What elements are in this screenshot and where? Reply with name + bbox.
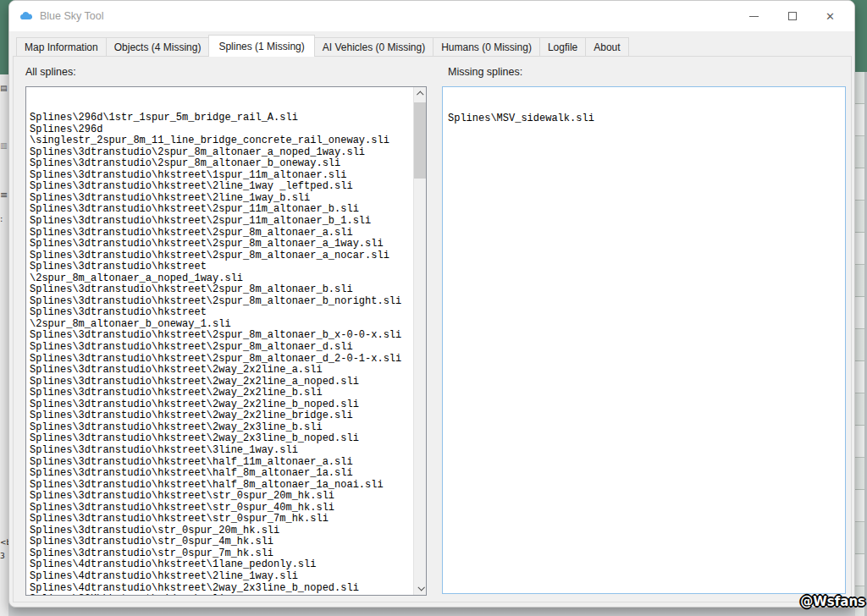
background-fragment: ≡ bbox=[0, 191, 8, 199]
spline-path-line[interactable]: Splines\3dtranstudio\hkstreet\2spur_11m_… bbox=[30, 204, 424, 216]
spline-path-line[interactable]: Splines\3dtranstudio\hkstreet\2spur_8m_a… bbox=[30, 250, 424, 262]
spline-path-line[interactable]: Splines\3dtranstudio\hkstreet bbox=[30, 307, 424, 319]
chevron-down-icon bbox=[417, 584, 424, 591]
spline-path-line[interactable]: Splines\3dtranstudio\hkstreet\2way_2x2li… bbox=[30, 399, 424, 411]
spline-path-line[interactable]: Splines\3dtranstudio\hkstreet bbox=[30, 261, 424, 273]
watermark-text: @Wsfans bbox=[800, 594, 865, 609]
spline-path-line[interactable]: \singlestr_2spur_8m_11_line_bridge_concr… bbox=[30, 135, 424, 147]
background-left-strip: ▤▥≡:<b3 bbox=[0, 74, 8, 616]
spline-path-line[interactable]: Splines\4dtranstudio\hkstreet\2line_1way… bbox=[30, 571, 424, 583]
minimize-icon bbox=[749, 16, 759, 17]
window-title: Blue Sky Tool bbox=[40, 10, 104, 22]
missing-splines-label: Missing splines: bbox=[448, 66, 522, 78]
close-icon: ✕ bbox=[826, 11, 835, 22]
tab-humans-0-missing[interactable]: Humans (0 Missing) bbox=[433, 37, 540, 57]
maximize-icon bbox=[788, 12, 797, 20]
tab-logfile[interactable]: Logfile bbox=[539, 37, 586, 57]
background-right-strip bbox=[855, 72, 867, 616]
spline-path-line[interactable]: Splines\3dtranstudio\hkstreet\2spur_11m_… bbox=[30, 216, 424, 228]
background-fragment: <b bbox=[0, 539, 8, 547]
background-fragment: 3 bbox=[0, 553, 8, 560]
maximize-button[interactable] bbox=[773, 1, 811, 31]
all-splines-label: All splines: bbox=[25, 66, 76, 78]
spline-path-line[interactable]: Splines\3dtranstudio\hkstreet\2way_2x2li… bbox=[30, 410, 424, 422]
spline-path-line[interactable]: Splines\3dtranstudio\2spur_8m_altonaer_b… bbox=[30, 158, 424, 170]
spline-path-line[interactable]: Splines\3dtranstudio\hkstreet\2spur_8m_a… bbox=[30, 354, 424, 366]
spline-path-line[interactable]: Splines\3dtranstudio\hkstreet\2way_2x3li… bbox=[30, 422, 424, 434]
spline-path-line[interactable]: Splines\296d\1str_1spur_5m_bridge_rail_A… bbox=[30, 113, 424, 124]
spline-path-line[interactable]: Splines\3dtranstudio\hkstreet\2line_1way… bbox=[30, 193, 424, 205]
spline-path-line[interactable]: Splines\3dtranstudio\hkstreet\2spur_8m_a… bbox=[30, 296, 424, 308]
tab-objects-4-missing[interactable]: Objects (4 Missing) bbox=[106, 37, 210, 57]
spline-path-line[interactable]: Splines\3dtranstudio\hkstreet\half_11m_a… bbox=[30, 457, 424, 469]
background-fragment: ▤ bbox=[0, 85, 8, 92]
spline-path-line[interactable]: Splines\3dtranstudio\str_0spur_7m_hk.sli bbox=[30, 548, 424, 560]
spline-path-line[interactable]: Splines\3dtranstudio\hkstreet\1spur_11m_… bbox=[30, 170, 424, 182]
spline-path-line[interactable]: Splines\3dtranstudio\hkstreet\2way_2x3li… bbox=[30, 433, 424, 445]
close-button[interactable]: ✕ bbox=[811, 1, 849, 31]
spline-path-line[interactable]: Splines\3dtranstudio\hkstreet\2way_2x2li… bbox=[30, 377, 424, 388]
tab-about[interactable]: About bbox=[585, 37, 628, 57]
spline-path-line[interactable]: Splines\4dtranstudio\hkstreet\2way_2x3li… bbox=[30, 583, 424, 595]
spline-path-line[interactable]: Splines\3dtranstudio\str_0spur_20m_hk.sl… bbox=[30, 525, 424, 537]
spline-path-line[interactable]: Splines\3dtranstudio\hkstreet\2way_2x2li… bbox=[30, 365, 424, 377]
spline-path-line[interactable]: Splines\4dtranstudio\hkstreet\1lane_pedo… bbox=[30, 559, 424, 571]
spline-path-line[interactable]: Splines\3dtranstudio\hkstreet\half_8m_al… bbox=[30, 468, 424, 480]
scroll-up-button[interactable] bbox=[414, 87, 427, 101]
spline-path-line[interactable]: \2spur_8m_altonaer_b_oneway_1.sli bbox=[30, 319, 424, 331]
missing-splines-listbox[interactable]: Splines\MSV_sidewalk.sli bbox=[442, 86, 846, 594]
chevron-up-icon bbox=[417, 91, 423, 97]
spline-path-line[interactable]: Splines\3dtranstudio\hkstreet\2spur_8m_a… bbox=[30, 228, 424, 239]
background-fragment: : bbox=[0, 215, 8, 223]
scrollbar-thumb[interactable] bbox=[414, 102, 427, 179]
tab-strip: Map InformationObjects (4 Missing)Spline… bbox=[16, 35, 628, 57]
spline-path-line[interactable]: Splines\3dtranstudio\hkstreet\2spur_8m_a… bbox=[30, 284, 424, 296]
all-splines-scrollbar[interactable] bbox=[413, 87, 426, 595]
spline-path-line[interactable]: Splines\3dtranstudio\hkstreet\2spur_8m_a… bbox=[30, 330, 424, 342]
background-fragment: ▥ bbox=[0, 142, 8, 150]
spline-path-line[interactable]: Splines\3dtranstudio\hkstreet\str_0spur_… bbox=[30, 503, 424, 514]
app-window: Blue Sky Tool ✕ Map InformationObjects (… bbox=[8, 0, 855, 608]
titlebar[interactable]: Blue Sky Tool ✕ bbox=[9, 1, 854, 31]
spline-path-line[interactable]: Splines\MSV_sidewalk.sli bbox=[448, 113, 843, 125]
spline-path-line[interactable]: \2spur_8m_altonaer_a_noped_1way.sli bbox=[30, 273, 424, 285]
spline-path-line[interactable]: Splines\3dtranstudio\hkstreet\str_0spur_… bbox=[30, 491, 424, 503]
tab-ai-vehicles-0-missing[interactable]: AI Vehicles (0 Missing) bbox=[314, 37, 434, 57]
spline-path-line[interactable]: Splines\3dtranstudio\hkstreet\2way_2x2li… bbox=[30, 388, 424, 399]
spline-path-line[interactable]: Splines\3dtranstudio\2spur_8m_altonaer_a… bbox=[30, 147, 424, 159]
spline-path-line[interactable]: Splines\3dtranstudio\hkstreet\2line_1way… bbox=[30, 181, 424, 193]
spline-path-line[interactable]: Splines\3dtranstudio\hkstreet\2spur_8m_a… bbox=[30, 342, 424, 354]
tab-map-information[interactable]: Map Information bbox=[16, 37, 107, 57]
spline-path-line[interactable]: Splines\3dtranstudio\str_0spur_4m_hk.sli bbox=[30, 536, 424, 548]
spline-path-line[interactable]: Splines\83K\hkstreet\midcurb.sli bbox=[30, 594, 424, 596]
cloud-app-icon bbox=[19, 11, 33, 21]
scroll-down-button[interactable] bbox=[414, 581, 427, 595]
spline-path-line[interactable]: Splines\296d bbox=[30, 124, 424, 136]
spline-path-line[interactable]: Splines\3dtranstudio\hkstreet\str_0spur_… bbox=[30, 514, 424, 525]
all-splines-listbox[interactable]: Splines\296d\1str_1spur_5m_bridge_rail_A… bbox=[25, 86, 427, 596]
spline-path-line[interactable]: Splines\3dtranstudio\hkstreet\half_8m_al… bbox=[30, 480, 424, 492]
minimize-button[interactable] bbox=[735, 1, 773, 31]
splines-tab-page: All splines: Missing splines: Splines\29… bbox=[13, 56, 852, 602]
tab-splines-1-missing[interactable]: Splines (1 Missing) bbox=[208, 35, 314, 57]
spline-path-line[interactable]: Splines\3dtranstudio\hkstreet\3line_1way… bbox=[30, 445, 424, 457]
spline-path-line[interactable]: Splines\3dtranstudio\hkstreet\2spur_8m_a… bbox=[30, 239, 424, 250]
